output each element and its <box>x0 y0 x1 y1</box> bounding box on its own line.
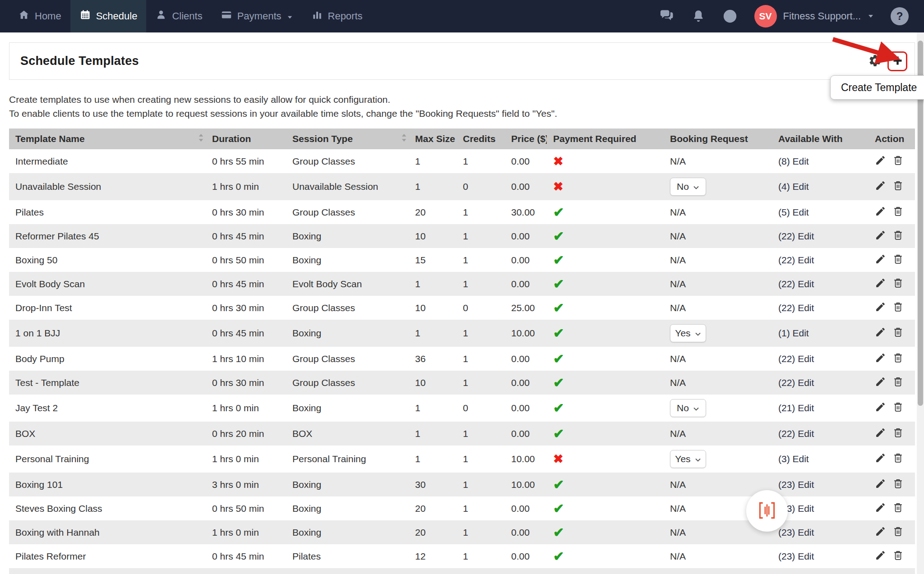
cell-credits: 1 <box>457 347 505 371</box>
cell-credits: 0 <box>457 173 505 200</box>
bell-icon[interactable] <box>691 9 706 23</box>
edit-row-button[interactable] <box>875 401 886 414</box>
cell-price: 0.00 <box>505 347 547 371</box>
cell-credits: 1 <box>457 371 505 395</box>
cell-credits: 1 <box>457 248 505 272</box>
cell-credits-text: 1 <box>463 156 468 166</box>
settings-button[interactable] <box>868 54 882 69</box>
cell-session-type-text: Group Classes <box>292 156 355 166</box>
avatar[interactable]: SV <box>754 5 777 28</box>
available-with-edit-link[interactable]: (23) Edit <box>778 479 814 490</box>
edit-row-button[interactable] <box>875 206 886 218</box>
available-with-edit-link[interactable]: (22) Edit <box>778 377 814 388</box>
nav-item-payments[interactable]: Payments <box>212 0 302 32</box>
cell-price: 0.00 <box>505 272 547 296</box>
edit-row-button[interactable] <box>875 230 886 242</box>
column-header-booking-request: Booking Request <box>664 129 772 149</box>
cell-payment-required: ✔ <box>547 347 664 371</box>
available-with-edit-link[interactable]: (22) Edit <box>778 354 814 364</box>
pencil-icon <box>875 186 886 193</box>
cell-template-name: Body Pump <box>9 347 206 371</box>
edit-row-button[interactable] <box>875 180 886 193</box>
edit-row-button[interactable] <box>875 326 886 339</box>
available-with-edit-link[interactable]: (22) Edit <box>778 428 814 439</box>
available-with-edit-link[interactable]: (8) Edit <box>778 156 809 166</box>
delete-row-button[interactable] <box>892 301 904 314</box>
cell-max-size-text: 1 <box>415 279 420 289</box>
edit-row-button[interactable] <box>875 502 886 514</box>
available-with-edit-link[interactable]: (4) Edit <box>778 181 809 192</box>
delete-row-button[interactable] <box>892 155 904 167</box>
chat-icon[interactable] <box>659 8 675 24</box>
vertical-scrollbar[interactable] <box>917 32 924 574</box>
delete-row-button[interactable] <box>892 550 904 562</box>
person-icon <box>155 9 167 23</box>
nav-item-clients[interactable]: Clients <box>146 0 211 32</box>
booking-request-select[interactable]: No <box>670 399 706 417</box>
column-header-label: Price ($) <box>511 133 549 144</box>
create-template-button[interactable] <box>887 51 907 71</box>
delete-row-button[interactable] <box>892 502 904 514</box>
booking-request-select[interactable]: Yes <box>670 450 706 468</box>
delete-row-button[interactable] <box>892 230 904 242</box>
edit-row-button[interactable] <box>875 550 886 562</box>
delete-row-button[interactable] <box>892 326 904 339</box>
available-with-edit-link[interactable]: (1) Edit <box>778 328 809 338</box>
cell-price-text: 0.00 <box>511 354 530 364</box>
nav-item-reports[interactable]: Reports <box>302 0 372 32</box>
column-header-template-name[interactable]: Template Name <box>9 129 206 149</box>
delete-row-button[interactable] <box>892 526 904 538</box>
delete-row-button[interactable] <box>892 401 904 414</box>
booking-request-value: No <box>677 181 689 192</box>
booking-request-select[interactable]: No <box>670 178 706 196</box>
cell-session-type-text: Boxing <box>292 503 321 514</box>
booking-request-value: Yes <box>675 454 690 464</box>
edit-row-button[interactable] <box>875 155 886 167</box>
edit-row-button[interactable] <box>875 526 886 538</box>
booking-request-select[interactable]: Yes <box>670 324 706 342</box>
delete-row-button[interactable] <box>892 277 904 290</box>
delete-row-button[interactable] <box>892 376 904 389</box>
sort-icon[interactable] <box>401 133 407 144</box>
available-with-edit-link[interactable]: (22) Edit <box>778 303 814 313</box>
edit-row-button[interactable] <box>875 301 886 314</box>
cell-duration-text: 3 hrs 0 min <box>212 479 259 490</box>
trash-icon <box>892 556 904 562</box>
trash-icon <box>892 532 904 538</box>
edit-row-button[interactable] <box>875 277 886 290</box>
delete-row-button[interactable] <box>892 253 904 266</box>
delete-row-button[interactable] <box>892 352 904 365</box>
cell-session-type: Group Classes <box>286 149 409 173</box>
cell-credits-text: 1 <box>463 527 468 537</box>
edit-row-button[interactable] <box>875 427 886 440</box>
edit-row-button[interactable] <box>875 376 886 389</box>
scan-fab-button[interactable] <box>746 490 788 532</box>
available-with-edit-link[interactable]: (5) Edit <box>778 207 809 217</box>
nav-item-home[interactable]: Home <box>9 0 70 32</box>
available-with-edit-link[interactable]: (3) Edit <box>778 454 809 464</box>
delete-row-button[interactable] <box>892 206 904 218</box>
delete-row-button[interactable] <box>892 478 904 491</box>
available-with-edit-link[interactable]: (22) Edit <box>778 255 814 265</box>
account-menu[interactable]: SV Fitness Support... <box>754 5 874 28</box>
available-with-edit-link[interactable]: (21) Edit <box>778 403 814 413</box>
available-with-edit-link[interactable]: (22) Edit <box>778 231 814 241</box>
cell-credits: 0 <box>457 296 505 320</box>
edit-row-button[interactable] <box>875 253 886 266</box>
cell-action <box>869 224 915 248</box>
delete-row-button[interactable] <box>892 452 904 465</box>
available-with-edit-link[interactable]: (23) Edit <box>778 551 814 561</box>
available-with-edit-link[interactable]: (22) Edit <box>778 279 814 289</box>
delete-row-button[interactable] <box>892 180 904 193</box>
help-icon[interactable]: ? <box>891 7 909 25</box>
column-header-session-type[interactable]: Session Type <box>286 129 409 149</box>
cell-template-name: Boxing with Hannah <box>9 520 206 544</box>
sort-icon[interactable] <box>198 133 204 144</box>
edit-row-button[interactable] <box>875 452 886 465</box>
clock-icon[interactable] <box>722 8 738 24</box>
delete-row-button[interactable] <box>892 427 904 440</box>
edit-row-button[interactable] <box>875 352 886 365</box>
edit-row-button[interactable] <box>875 478 886 491</box>
available-with-edit-link[interactable]: (23) Edit <box>778 527 814 537</box>
nav-item-schedule[interactable]: Schedule <box>70 0 147 32</box>
